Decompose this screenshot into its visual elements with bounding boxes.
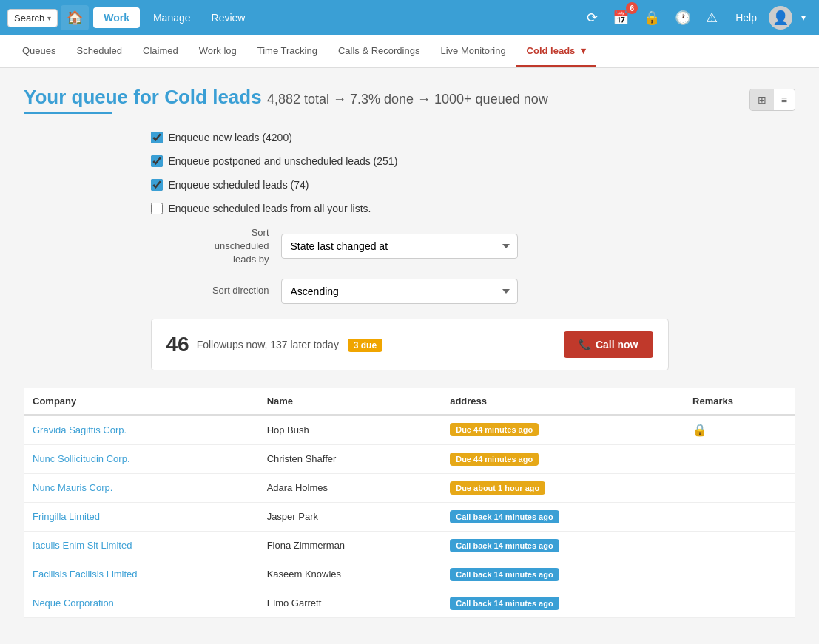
company-link[interactable]: Fringilla Limited — [33, 511, 100, 522]
company-link[interactable]: Iaculis Enim Sit Limited — [33, 540, 132, 551]
coldleads-chevron-icon: ▾ — [581, 45, 586, 56]
sort-by-select[interactable]: State last changed at Created at Company… — [281, 234, 518, 259]
company-cell: Nunc Sollicitudin Corp. — [24, 444, 258, 473]
company-link[interactable]: Gravida Sagittis Corp. — [33, 424, 127, 435]
calendar-badge: 6 — [626, 2, 638, 14]
avatar[interactable]: 👤 — [769, 6, 792, 30]
manage-nav-item[interactable]: Manage — [144, 7, 200, 28]
page-stats: 4,882 total → 7.3% done → 1000+ queued n… — [267, 92, 548, 106]
remarks-cell — [684, 589, 795, 617]
status-badge: Call back 14 minutes ago — [450, 510, 559, 523]
company-link[interactable]: Nunc Sollicitudin Corp. — [33, 453, 130, 464]
due-badge: 3 due — [348, 339, 382, 352]
subnav-queues[interactable]: Queues — [12, 36, 67, 67]
enqueue-all-lists-checkbox[interactable] — [151, 203, 163, 214]
company-link[interactable]: Facilisis Facilisis Limited — [33, 569, 138, 580]
search-chevron-icon: ▾ — [47, 14, 51, 22]
remarks-header: Remarks — [684, 388, 795, 415]
review-nav-item[interactable]: Review — [203, 7, 255, 28]
main-content: Your queue for Cold leads 4,882 total → … — [0, 68, 819, 644]
calendar-badge-container: 📅 6 — [607, 5, 635, 30]
sort-direction-select[interactable]: Ascending Descending — [281, 279, 518, 304]
address-header: address — [441, 388, 684, 415]
company-link[interactable]: Nunc Mauris Corp. — [33, 482, 112, 493]
remarks-cell — [684, 444, 795, 473]
name-header: Name — [258, 388, 442, 415]
history-icon[interactable]: ⟳ — [581, 5, 604, 30]
sort-direction-row: Sort direction Ascending Descending — [151, 279, 669, 304]
table-row: Nunc Sollicitudin Corp. Christen Shaffer… — [24, 444, 795, 473]
lock-remarks-icon: 🔒 — [692, 424, 707, 436]
status-cell: Call back 14 minutes ago — [441, 502, 684, 531]
company-link[interactable]: Neque Corporation — [33, 597, 114, 609]
status-badge: Due 44 minutes ago — [450, 453, 539, 466]
status-cell: Call back 14 minutes ago — [441, 589, 684, 617]
remarks-cell — [684, 473, 795, 502]
status-cell: Due 44 minutes ago — [441, 415, 684, 445]
status-badge: Call back 14 minutes ago — [450, 539, 559, 552]
subnav-coldleads[interactable]: Cold leads ▾ — [516, 36, 596, 67]
search-box[interactable]: Search ▾ — [7, 9, 58, 27]
clock-icon[interactable]: 🕐 — [669, 5, 697, 30]
help-label[interactable]: Help — [727, 7, 766, 28]
name-cell: Jasper Park — [258, 502, 442, 531]
company-cell: Iaculis Enim Sit Limited — [24, 531, 258, 560]
enqueue-all-lists-label: Enqueue scheduled leads from all your li… — [169, 203, 371, 214]
table-row: Nunc Mauris Corp. Adara Holmes Due about… — [24, 473, 795, 502]
remarks-cell — [684, 560, 795, 589]
list-view-button[interactable]: ≡ — [774, 89, 795, 110]
sort-direction-label: Sort direction — [151, 284, 269, 297]
subnav-worklog[interactable]: Work log — [189, 36, 247, 67]
status-badge: Due about 1 hour ago — [450, 481, 545, 495]
subnav-livemonitoring[interactable]: Live Monitoring — [430, 36, 516, 67]
name-cell: Fiona Zimmerman — [258, 531, 442, 560]
top-navigation: Search ▾ 🏠 Work Manage Review ⟳ 📅 6 🔒 🕐 … — [0, 0, 819, 35]
enqueue-new-leads-checkbox[interactable] — [151, 132, 163, 143]
status-cell: Due 44 minutes ago — [441, 444, 684, 473]
enqueue-new-leads-label: Enqueue new leads (4200) — [169, 132, 292, 143]
table-row: Facilisis Facilisis Limited Kaseem Knowl… — [24, 560, 795, 589]
home-icon[interactable]: 🏠 — [61, 5, 89, 30]
company-cell: Neque Corporation — [24, 589, 258, 617]
company-cell: Fringilla Limited — [24, 502, 258, 531]
title-underline — [24, 112, 112, 114]
subnav-claimed[interactable]: Claimed — [132, 36, 189, 67]
company-cell: Facilisis Facilisis Limited — [24, 560, 258, 589]
subnav-calls[interactable]: Calls & Recordings — [328, 36, 431, 67]
status-cell: Call back 14 minutes ago — [441, 560, 684, 589]
name-cell: Elmo Garrett — [258, 589, 442, 617]
status-cell: Due about 1 hour ago — [441, 473, 684, 502]
status-badge: Call back 14 minutes ago — [450, 568, 559, 581]
avatar-chevron-icon[interactable]: ▾ — [795, 8, 812, 27]
warning-icon[interactable]: ⚠ — [700, 5, 724, 30]
followups-text: Followups now, 137 later today 3 due — [197, 339, 382, 350]
company-header: Company — [24, 388, 258, 415]
table-row: Iaculis Enim Sit Limited Fiona Zimmerman… — [24, 531, 795, 560]
table-row: Neque Corporation Elmo Garrett Call back… — [24, 589, 795, 617]
name-cell: Kaseem Knowles — [258, 560, 442, 589]
lock-icon[interactable]: 🔒 — [638, 5, 666, 30]
table-header-row: Company Name address Remarks — [24, 388, 795, 415]
status-cell: Call back 14 minutes ago — [441, 531, 684, 560]
view-toggle: ⊞ ≡ — [749, 89, 795, 111]
leads-table: Company Name address Remarks Gravida Sag… — [24, 388, 795, 618]
sort-label: Sortunscheduledleads by — [151, 226, 269, 267]
checkbox-row-1: Enqueue new leads (4200) — [151, 132, 669, 143]
enqueue-scheduled-checkbox[interactable] — [151, 179, 163, 191]
status-badge: Due 44 minutes ago — [450, 423, 539, 436]
enqueue-postponed-checkbox[interactable] — [151, 155, 163, 167]
settings-panel: Enqueue new leads (4200) Enqueue postpon… — [151, 132, 669, 304]
subnav-timetracking[interactable]: Time Tracking — [247, 36, 328, 67]
subnav-scheduled[interactable]: Scheduled — [67, 36, 132, 67]
followups-box: 46 Followups now, 137 later today 3 due … — [151, 319, 669, 370]
sub-navigation: Queues Scheduled Claimed Work log Time T… — [0, 35, 819, 68]
grid-view-button[interactable]: ⊞ — [750, 89, 774, 110]
sort-by-row: Sortunscheduledleads by State last chang… — [151, 226, 669, 267]
remarks-cell — [684, 502, 795, 531]
enqueue-scheduled-label: Enqueue scheduled leads (74) — [169, 179, 309, 191]
work-nav-item[interactable]: Work — [93, 7, 140, 28]
name-cell: Adara Holmes — [258, 473, 442, 502]
call-now-button[interactable]: 📞 Call now — [564, 331, 653, 358]
remarks-cell: 🔒 — [684, 415, 795, 445]
checkbox-row-4: Enqueue scheduled leads from all your li… — [151, 203, 669, 214]
